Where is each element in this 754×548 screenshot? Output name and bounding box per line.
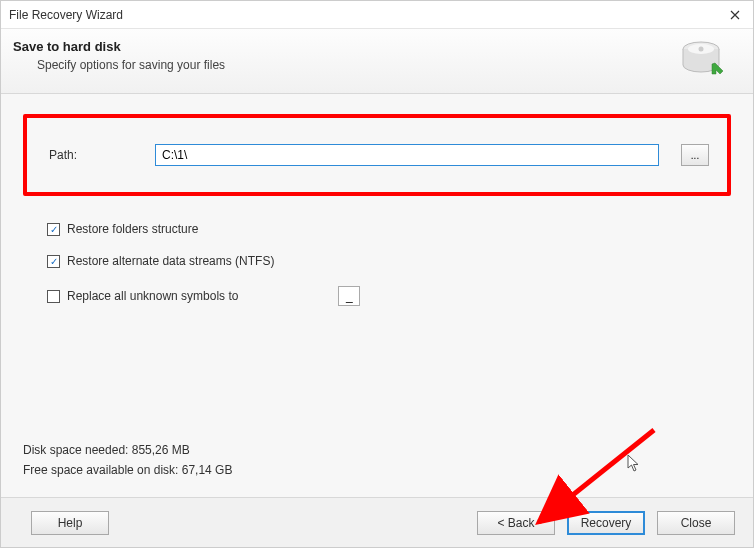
checkbox-icon [47, 290, 60, 303]
page-title: Save to hard disk [13, 39, 225, 54]
path-input[interactable] [155, 144, 659, 166]
close-icon[interactable] [725, 5, 745, 25]
checkbox-label: Restore folders structure [67, 222, 198, 236]
browse-button[interactable]: ... [681, 144, 709, 166]
replacement-symbol-input[interactable] [338, 286, 360, 306]
hard-disk-icon [679, 39, 727, 79]
path-section-highlight: Path: ... [23, 114, 731, 196]
checkbox-icon: ✓ [47, 255, 60, 268]
replace-symbols-checkbox[interactable]: Replace all unknown symbols to [47, 286, 731, 306]
back-button[interactable]: < Back [477, 511, 555, 535]
titlebar: File Recovery Wizard [1, 1, 753, 29]
disk-info: Disk space needed: 855,26 MB Free space … [23, 443, 232, 483]
restore-ads-checkbox[interactable]: ✓ Restore alternate data streams (NTFS) [47, 254, 731, 268]
disk-space-free: Free space available on disk: 67,14 GB [23, 463, 232, 477]
disk-space-needed: Disk space needed: 855,26 MB [23, 443, 232, 457]
path-label: Path: [49, 148, 139, 162]
wizard-header: Save to hard disk Specify options for sa… [1, 29, 753, 94]
help-button[interactable]: Help [31, 511, 109, 535]
checkbox-icon: ✓ [47, 223, 60, 236]
recovery-button[interactable]: Recovery [567, 511, 645, 535]
checkbox-label: Restore alternate data streams (NTFS) [67, 254, 274, 268]
content-area: Path: ... ✓ Restore folders structure ✓ … [1, 94, 753, 497]
svg-point-2 [699, 47, 704, 52]
page-subtitle: Specify options for saving your files [37, 58, 225, 72]
wizard-footer: Help < Back Recovery Close [1, 497, 753, 547]
cursor-icon [627, 454, 643, 475]
restore-folders-checkbox[interactable]: ✓ Restore folders structure [47, 222, 731, 236]
window-title: File Recovery Wizard [9, 8, 725, 22]
checkbox-label: Replace all unknown symbols to [67, 289, 238, 303]
close-button[interactable]: Close [657, 511, 735, 535]
